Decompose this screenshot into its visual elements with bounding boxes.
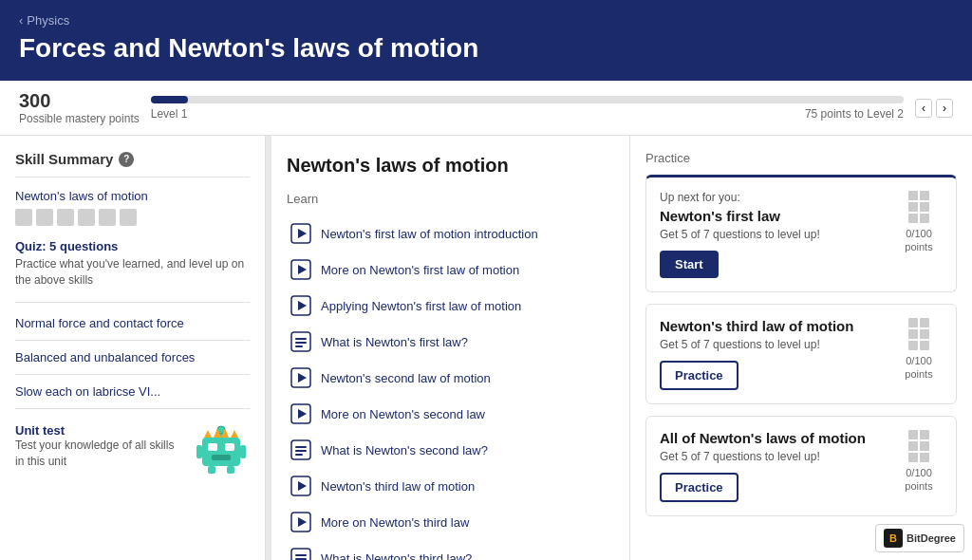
svg-marker-27 [298,409,307,419]
list-item[interactable]: More on Newton's second law [287,396,614,432]
unit-test-title[interactable]: Unit test [15,423,181,438]
svg-marker-35 [298,517,307,527]
sidebar-link-balanced-forces[interactable]: Balanced and unbalanced forces [15,350,250,375]
skill-summary-header: Skill Summary ? [15,151,250,177]
svg-rect-7 [240,445,246,458]
article-icon [290,439,311,460]
mastery-block-4 [78,209,95,226]
mastery-block-1 [15,209,32,226]
page-title: Forces and Newton's laws of motion [19,33,953,64]
level1-label: Level 1 [151,107,188,121]
progress-next-button[interactable]: › [936,99,953,118]
bitdegree-label: BitDegree [907,532,956,544]
list-item[interactable]: Newton's third law of motion [287,468,614,504]
list-item[interactable]: Newton's second law of motion [287,360,614,396]
learn-section: Newton's laws of motion Learn Newton's f… [271,136,630,560]
svg-marker-33 [298,481,307,491]
content-area: Newton's laws of motion Learn Newton's f… [271,136,972,560]
learn-item-label[interactable]: Newton's third law of motion [321,479,475,494]
practice-button[interactable]: Practice [660,473,738,502]
points-badge: 0/100 points [895,318,943,382]
learn-item-label[interactable]: More on Newton's third law [321,515,469,530]
svg-rect-29 [295,446,307,448]
progress-labels: Level 1 75 points to Level 2 [151,107,904,121]
progress-bar-container: Level 1 75 points to Level 2 [151,96,904,121]
video-icon [290,476,311,496]
progress-bar-section: 300 Possible mastery points Level 1 75 p… [0,81,972,136]
help-icon[interactable]: ? [119,152,134,167]
learn-item-label[interactable]: More on Newton's first law of motion [321,263,519,277]
svg-marker-25 [298,373,307,383]
header: ‹ Physics Forces and Newton's laws of mo… [0,0,972,81]
progress-track [151,96,904,103]
practice-card-first-law: Up next for you: Newton's first law Get … [645,175,957,292]
learn-item-label[interactable]: What is Newton's third law? [321,551,472,561]
points-value: 0/100 points [905,227,932,254]
main-layout: Skill Summary ? Newton's laws of motion … [0,136,972,560]
list-item[interactable]: Applying Newton's first law of motion [287,288,614,324]
practice-col-header: Practice [645,151,957,165]
practice-card-all-laws: All of Newton's laws of motion Get 5 of … [645,416,957,516]
learn-item-label[interactable]: Newton's first law of motion introductio… [321,227,538,241]
quiz-sub: Practice what you've learned, and level … [15,256,250,289]
practice-card-third-law: Newton's third law of motion Get 5 of 7 … [645,304,957,404]
progress-left: 300 Possible mastery points [19,90,140,125]
sidebar-link-normal-force[interactable]: Normal force and contact force [15,316,250,341]
learn-item-label[interactable]: What is Newton's first law? [321,335,468,349]
practice-section: Practice Up next for you: Newton's first… [630,136,972,560]
card-subtitle: Get 5 of 7 questions to level up! [660,228,884,241]
learn-col-header: Learn [287,192,614,206]
start-button[interactable]: Start [660,251,719,278]
svg-rect-30 [295,450,307,452]
sidebar-link-more[interactable]: Slow each on labricse VI... [15,384,250,409]
svg-rect-2 [225,443,234,451]
mastery-icons [15,209,250,226]
points-value: 0/100 points [905,354,932,382]
svg-rect-37 [295,554,307,556]
skill-item-newtons-laws: Newton's laws of motion [15,189,250,226]
back-link[interactable]: ‹ Physics [19,13,953,28]
list-item[interactable]: What is Newton's second law? [287,432,614,468]
svg-rect-21 [295,338,307,340]
points-icon [908,430,929,462]
svg-marker-10 [204,430,212,438]
back-link-label[interactable]: Physics [27,13,69,28]
sidebar: Skill Summary ? Newton's laws of motion … [0,136,266,560]
learn-list: Newton's first law of motion introductio… [287,215,614,560]
unit-test-text: Unit test Test your knowledge of all ski… [15,423,181,470]
list-item[interactable]: What is Newton's first law? [287,324,614,360]
points-icon [908,191,929,223]
list-item[interactable]: More on Newton's first law of motion [287,252,614,288]
learn-item-label[interactable]: What is Newton's second law? [321,443,488,457]
svg-marker-17 [298,265,307,274]
card-subtitle: Get 5 of 7 questions to level up! [660,338,884,351]
points-icon [908,318,929,350]
learn-item-label[interactable]: Newton's second law of motion [321,371,491,385]
list-item[interactable]: More on Newton's third law [287,504,614,540]
svg-rect-23 [295,345,303,347]
skill-name[interactable]: Newton's laws of motion [15,189,250,203]
progress-prev-button[interactable]: ‹ [915,99,932,118]
up-next-label: Up next for you: [660,191,884,204]
video-icon [290,367,311,388]
video-icon [290,223,311,244]
svg-rect-6 [196,445,202,458]
learn-item-label[interactable]: Applying Newton's first law of motion [321,299,521,313]
card-title: Newton's third law of motion [660,318,884,334]
quiz-title[interactable]: Quiz: 5 questions [15,239,250,253]
svg-rect-31 [295,454,303,456]
svg-rect-22 [295,342,307,344]
bitdegree-watermark: B BitDegree [875,524,964,552]
practice-card-body: Newton's third law of motion Get 5 of 7 … [660,318,884,390]
list-item[interactable]: What is Newton's third law? [287,540,614,560]
mastery-points-label: Possible mastery points [19,112,140,125]
practice-button[interactable]: Practice [660,361,738,390]
points-value: 0/100 points [905,466,932,494]
video-icon [290,259,311,280]
learn-item-label[interactable]: More on Newton's second law [321,407,485,421]
points-badge: 0/100 points [895,430,943,494]
list-item[interactable]: Newton's first law of motion introductio… [287,215,614,252]
card-subtitle: Get 5 of 7 questions to level up! [660,450,884,463]
progress-nav[interactable]: ‹ › [915,99,953,118]
svg-marker-13 [231,430,238,438]
